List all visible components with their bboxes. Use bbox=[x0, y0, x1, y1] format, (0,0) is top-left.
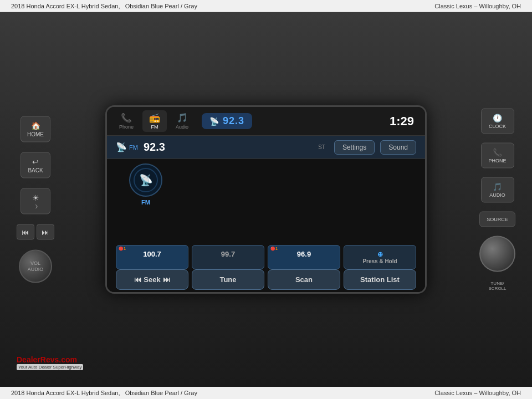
radio-wave-icon: 📡 bbox=[129, 163, 162, 197]
screen-nav-bar: 📞 Phone 📻 FM 🎵 Audio 📡 92.3 1:29 bbox=[107, 107, 425, 136]
seek-back-button[interactable]: ⏮ bbox=[17, 224, 34, 240]
back-icon: ↩ bbox=[27, 157, 44, 166]
tune-scroll-knob[interactable] bbox=[479, 236, 515, 272]
brightness-icon: ☀ bbox=[27, 193, 44, 202]
preset-button-2[interactable]: 99.7 bbox=[192, 245, 264, 269]
preset-button-1[interactable]: 🔴1 100.7 bbox=[116, 245, 188, 269]
watermark-sub: Your Auto Dealer SuperHighway bbox=[17, 364, 83, 370]
right-panel: 🕐 CLOCK 📞 PHONE 🎵 AUDIO SOURCE TUNE/SCRO… bbox=[479, 109, 515, 291]
tune-scroll-label: TUNE/SCROLL bbox=[488, 281, 506, 291]
home-icon: 🏠 bbox=[27, 121, 44, 130]
bottom-bar: 2018 Honda Accord EX-L Hybrid Sedan, Obs… bbox=[0, 387, 532, 399]
tab-audio[interactable]: 🎵 Audio bbox=[169, 110, 195, 132]
source-button[interactable]: SOURCE bbox=[479, 212, 515, 227]
bottom-controls-row: ⏮ Seek ⏭ Tune Scan Station List bbox=[116, 269, 416, 290]
seek-back-ctrl-button[interactable]: ⏮ Seek ⏭ bbox=[116, 269, 188, 290]
watermark: DealerRevs.com Your Auto Dealer SuperHig… bbox=[17, 355, 83, 370]
tab-phone[interactable]: 📞 Phone bbox=[112, 110, 140, 132]
seek-fwd-ctrl-icon: ⏭ bbox=[163, 275, 170, 284]
clock-icon: 🕐 bbox=[488, 114, 507, 122]
tab-fm[interactable]: 📻 FM bbox=[142, 110, 167, 132]
seek-buttons: ⏮ ⏭ bbox=[17, 224, 54, 240]
watermark-logo: DealerRevs.com bbox=[17, 355, 83, 364]
radio-main-area: 📡 FM 🔴1 100.7 99.7 🔴1 96.9 bbox=[107, 159, 425, 294]
infotainment-screen: 📞 Phone 📻 FM 🎵 Audio 📡 92.3 1:29 📡 FM bbox=[105, 105, 427, 294]
left-panel: 🏠 HOME ↩ BACK ☀ ☽ ⏮ ⏭ VOLAUDIO bbox=[17, 116, 54, 283]
back-button[interactable]: ↩ BACK bbox=[21, 152, 50, 178]
time-display: 1:29 bbox=[390, 114, 420, 129]
home-button[interactable]: 🏠 HOME bbox=[21, 116, 50, 142]
phone-tab-icon: 📞 bbox=[121, 112, 132, 123]
fm-label-text: FM bbox=[141, 199, 150, 206]
preset-stations-row: 🔴1 100.7 99.7 🔴1 96.9 ⊕ Press & Hold bbox=[116, 245, 416, 269]
plus-icon: ⊕ bbox=[377, 250, 383, 258]
bottom-bar-title: 2018 Honda Accord EX-L Hybrid Sedan, Obs… bbox=[11, 390, 197, 396]
seek-forward-button[interactable]: ⏭ bbox=[37, 224, 54, 240]
fm-icon-area: 📡 FM bbox=[129, 163, 162, 206]
settings-button[interactable]: Settings bbox=[334, 140, 375, 155]
top-bar-title: 2018 Honda Accord EX-L Hybrid Sedan, Obs… bbox=[11, 3, 197, 9]
current-station-display: 92.3 bbox=[144, 141, 313, 154]
audio-icon: 🎵 bbox=[488, 182, 507, 191]
phone-button[interactable]: 📞 PHONE bbox=[481, 143, 514, 168]
fm-indicator: 📡 FM bbox=[116, 142, 138, 152]
antenna-icon: 📡 bbox=[209, 117, 219, 126]
volume-knob[interactable]: VOLAUDIO bbox=[19, 250, 52, 283]
radio-info-bar: 📡 FM 92.3 ST Settings Sound bbox=[107, 136, 425, 159]
press-hold-button[interactable]: ⊕ Press & Hold bbox=[344, 245, 416, 269]
phone-icon: 📞 bbox=[488, 148, 507, 157]
sound-button[interactable]: Sound bbox=[380, 140, 416, 155]
station-list-button[interactable]: Station List bbox=[344, 269, 416, 290]
car-interior-scene: 🏠 HOME ↩ BACK ☀ ☽ ⏮ ⏭ VOLAUDIO 📞 Phone bbox=[0, 12, 532, 387]
preset-button-3[interactable]: 🔴1 96.9 bbox=[268, 245, 340, 269]
scan-button[interactable]: Scan bbox=[268, 269, 340, 290]
top-bar-dealer: Classic Lexus – Willoughby, OH bbox=[434, 3, 521, 9]
fm-wave-icon: 📡 bbox=[116, 142, 127, 152]
top-bar: 2018 Honda Accord EX-L Hybrid Sedan, Obs… bbox=[0, 0, 532, 12]
clock-button[interactable]: 🕐 CLOCK bbox=[481, 109, 514, 134]
antenna-center-icon: 📡 bbox=[139, 173, 153, 187]
station-display: 📡 92.3 bbox=[202, 113, 252, 129]
bottom-bar-dealer: Classic Lexus – Willoughby, OH bbox=[434, 390, 521, 396]
st-badge: ST bbox=[318, 144, 325, 150]
brightness-button[interactable]: ☀ ☽ bbox=[21, 188, 50, 214]
seek-back-ctrl-icon: ⏮ bbox=[134, 275, 141, 284]
fm-tab-icon: 📻 bbox=[149, 112, 160, 123]
audio-tab-icon: 🎵 bbox=[177, 112, 188, 123]
tune-button[interactable]: Tune bbox=[192, 269, 264, 290]
audio-button[interactable]: 🎵 AUDIO bbox=[481, 177, 514, 203]
